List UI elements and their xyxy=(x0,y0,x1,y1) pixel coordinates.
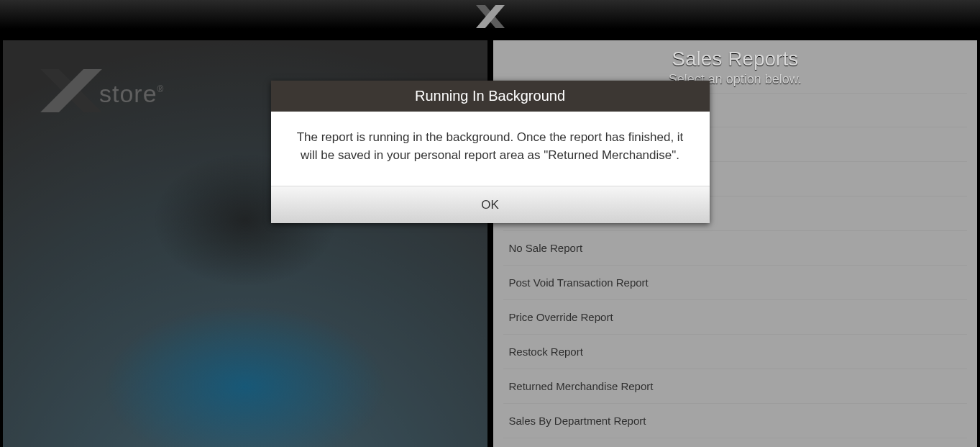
list-item[interactable]: Post Void Transaction Report xyxy=(503,266,968,300)
logo-text: store® xyxy=(99,80,164,108)
ok-button[interactable]: OK xyxy=(271,186,710,223)
list-item-label: Post Void Transaction Report xyxy=(509,276,649,289)
dialog-message: The report is running in the background.… xyxy=(271,112,710,186)
background-run-dialog: Running In Background The report is runn… xyxy=(271,81,710,223)
list-item[interactable]: No Sale Report xyxy=(503,231,968,266)
top-bar xyxy=(0,0,980,36)
list-item[interactable]: Sales By Department Report xyxy=(503,404,968,438)
list-item-label: Restock Report xyxy=(509,346,583,358)
logo-x-icon xyxy=(39,69,104,118)
app-x-icon xyxy=(476,4,505,32)
list-item[interactable]: Restock Report xyxy=(503,335,968,369)
list-item[interactable]: Price Override Report xyxy=(503,300,968,335)
panel-title: Sales Reports xyxy=(493,48,978,71)
dialog-title: Running In Background xyxy=(271,81,710,112)
list-item-label: Returned Merchandise Report xyxy=(509,380,654,392)
list-item-label: Sales By Department Report xyxy=(509,415,646,427)
list-item-label: Price Override Report xyxy=(509,311,613,323)
list-item[interactable]: Returned Merchandise Report xyxy=(503,369,968,404)
app-logo: store® xyxy=(39,69,164,118)
list-item-label: No Sale Report xyxy=(509,242,583,254)
